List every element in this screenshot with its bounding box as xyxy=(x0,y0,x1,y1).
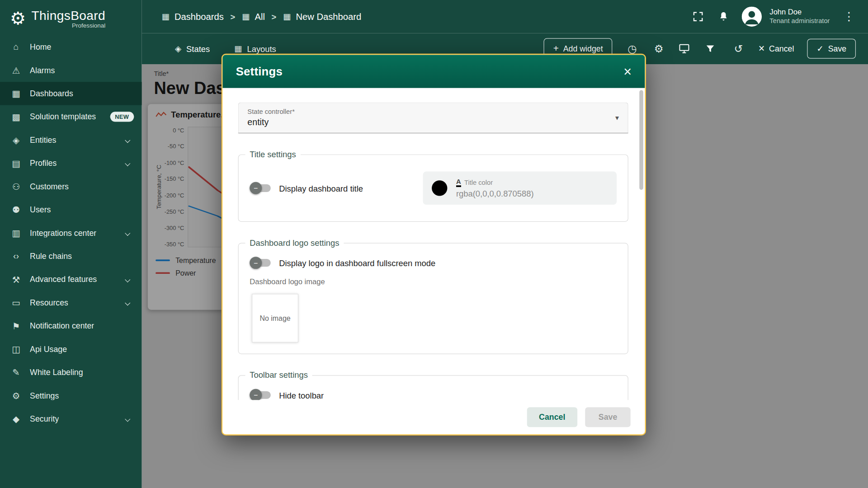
fullscreen-icon[interactable] xyxy=(691,9,705,24)
version-history-icon[interactable]: ↺ xyxy=(732,42,745,55)
sidebar-item-label: Solution templates xyxy=(30,113,96,122)
sidebar-item-settings[interactable]: ⚙ Settings xyxy=(0,384,142,407)
new-badge: NEW xyxy=(110,112,134,122)
sidebar-item-advanced-features[interactable]: ⚒ Advanced features xyxy=(0,268,142,291)
toolbar-save-button[interactable]: Save xyxy=(807,39,856,59)
sidebar-item-label: Alarms xyxy=(30,66,55,75)
sidebar-item-alarms[interactable]: ⚠ Alarms xyxy=(0,59,142,82)
title-color-picker[interactable]: A Title color rgba(0,0,0,0.870588) xyxy=(423,172,617,205)
breadcrumb-dashboards[interactable]: ▦ Dashboards xyxy=(162,11,224,22)
breadcrumb-all[interactable]: ▦ All xyxy=(242,11,265,22)
toolbar-cancel-button[interactable]: Cancel xyxy=(759,42,794,55)
sidebar-item-entities[interactable]: ◈ Entities xyxy=(0,128,142,151)
sidebar-item-label: Rule chains xyxy=(30,252,72,261)
settings-dialog-body: State controller* entity ▾ Title setting… xyxy=(222,88,645,400)
title-settings-legend: Title settings xyxy=(245,150,300,159)
settings-dialog-title: Settings xyxy=(236,65,283,78)
close-icon[interactable]: × xyxy=(623,65,632,79)
alarm-warning-icon: ⚠ xyxy=(10,65,22,75)
user-info[interactable]: John Doe Tenant administrator xyxy=(769,8,830,25)
sidebar-item-resources[interactable]: ▭ Resources xyxy=(0,291,142,314)
sidebar-item-rule-chains[interactable]: ‹› Rule chains xyxy=(0,244,142,267)
sidebar-item-label: Advanced features xyxy=(30,275,97,284)
add-widget-label: Add widget xyxy=(563,44,603,53)
user-avatar[interactable] xyxy=(742,7,762,27)
save-button[interactable]: Save xyxy=(585,407,630,427)
breadcrumb-new-dashboard[interactable]: ▦ New Dashboard xyxy=(283,11,361,22)
dashboards-grid-icon: ▦ xyxy=(10,88,22,99)
title-color-swatch[interactable] xyxy=(432,180,447,196)
state-controller-select[interactable]: State controller* entity ▾ xyxy=(238,103,628,134)
users-icon: ⚉ xyxy=(10,204,22,215)
sidebar-item-label: Settings xyxy=(30,391,59,400)
sidebar-nav: ⌂ Home ⚠ Alarms ▦ Dashboards ▩ Solution … xyxy=(0,35,142,430)
dashboard-settings-gear-icon[interactable]: ⚙ xyxy=(652,42,665,55)
sidebar-item-notification-center[interactable]: ⚑ Notification center xyxy=(0,314,142,338)
layouts-button[interactable]: ▦ Layouts xyxy=(234,44,276,54)
sidebar-item-white-labeling[interactable]: ✎ White Labeling xyxy=(0,361,142,384)
sidebar-item-api-usage[interactable]: ◫ Api Usage xyxy=(0,338,142,361)
breadcrumb-separator: > xyxy=(231,12,236,21)
breadcrumb-label: Dashboards xyxy=(175,11,224,22)
sidebar-item-solution-templates[interactable]: ▩ Solution templates NEW xyxy=(0,105,142,128)
settings-dialog-header: Settings × xyxy=(222,55,645,88)
state-controller-label: State controller* xyxy=(247,108,619,116)
states-label: States xyxy=(186,44,210,53)
integrations-icon: ▥ xyxy=(10,228,22,238)
chevron-down-icon: ▾ xyxy=(615,114,619,122)
brand-subtitle: Professional xyxy=(72,22,105,28)
display-logo-fullscreen-toggle[interactable] xyxy=(250,257,272,269)
sidebar-item-customers[interactable]: ⚇ Customers xyxy=(0,175,142,198)
chevron-down-icon xyxy=(125,277,130,282)
breadcrumb-label: New Dashboard xyxy=(296,11,361,22)
notifications-bell-icon[interactable] xyxy=(717,9,731,24)
state-controller-value: entity xyxy=(247,117,619,127)
display-dashboard-title-row: Display dashboard title xyxy=(250,182,363,194)
sidebar-item-label: Notification center xyxy=(30,321,94,330)
app-root: ⚙ ThingsBoard Professional ⌂ Home ⚠ Alar… xyxy=(0,0,868,488)
toolbar-settings-legend: Toolbar settings xyxy=(245,370,312,380)
logo-image-dropzone[interactable]: No image xyxy=(252,294,298,343)
hide-toolbar-toggle[interactable] xyxy=(250,389,272,400)
layouts-icon: ▦ xyxy=(234,44,242,54)
sidebar-item-home[interactable]: ⌂ Home xyxy=(0,35,142,58)
dashboard-icon: ▦ xyxy=(242,12,250,22)
check-icon xyxy=(817,44,824,54)
advanced-features-tools-icon: ⚒ xyxy=(10,274,22,285)
modal-scrollbar-thumb[interactable] xyxy=(639,90,643,190)
chevron-down-icon xyxy=(125,230,130,235)
filter-icon[interactable] xyxy=(705,44,718,54)
states-button[interactable]: ◈ States xyxy=(175,44,210,54)
toolbar-save-label: Save xyxy=(828,44,846,53)
sidebar-item-label: Dashboards xyxy=(30,89,73,98)
profiles-icon: ▤ xyxy=(10,158,22,169)
settings-dialog-footer: Cancel Save xyxy=(222,400,645,434)
title-settings-group: Title settings Display dashboard title A… xyxy=(238,155,628,222)
dashboard-icon: ▦ xyxy=(162,12,170,22)
sidebar-item-label: Api Usage xyxy=(30,345,67,354)
display-dashboard-title-toggle[interactable] xyxy=(250,182,272,194)
toolbar-cancel-label: Cancel xyxy=(769,44,794,53)
breadcrumb: ▦ Dashboards > ▦ All > ▦ New Dashboard xyxy=(162,11,362,22)
manage-layouts-monitor-icon[interactable] xyxy=(679,44,692,54)
brand-name: ThingsBoard xyxy=(31,8,105,23)
sidebar-item-label: Profiles xyxy=(30,159,57,168)
hide-toolbar-label: Hide toolbar xyxy=(279,390,324,400)
top-header: ▦ Dashboards > ▦ All > ▦ New Dashboard xyxy=(142,0,868,33)
sidebar-item-integrations-center[interactable]: ▥ Integrations center xyxy=(0,221,142,244)
sidebar-item-security[interactable]: ◆ Security xyxy=(0,407,142,430)
settings-dialog: Settings × State controller* entity ▾ Ti… xyxy=(222,54,646,436)
title-color-value: rgba(0,0,0,0.870588) xyxy=(456,189,534,198)
chevron-down-icon xyxy=(125,416,130,422)
notification-flag-icon: ⚑ xyxy=(10,321,22,331)
kebab-menu-icon[interactable]: ⋮ xyxy=(841,10,857,23)
entities-icon: ◈ xyxy=(10,135,22,145)
timewindow-clock-icon[interactable]: ◷ xyxy=(626,42,639,55)
dashboard-icon: ▦ xyxy=(283,12,291,22)
api-usage-chart-icon: ◫ xyxy=(10,344,22,354)
sidebar-item-dashboards[interactable]: ▦ Dashboards xyxy=(0,82,142,105)
brand-logo[interactable]: ⚙ ThingsBoard Professional xyxy=(0,0,142,35)
sidebar-item-profiles[interactable]: ▤ Profiles xyxy=(0,152,142,175)
sidebar-item-users[interactable]: ⚉ Users xyxy=(0,198,142,221)
cancel-button[interactable]: Cancel xyxy=(527,407,577,427)
